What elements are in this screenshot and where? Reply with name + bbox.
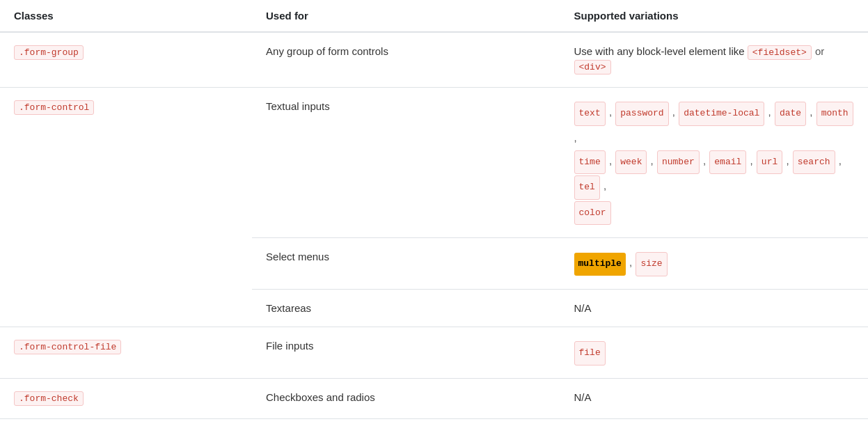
variations-cell: Use with any block-level element like <f… bbox=[560, 32, 869, 88]
code-fieldset: <fieldset> bbox=[748, 45, 812, 60]
code-url: url bbox=[757, 150, 782, 175]
col-header-variations: Supported variations bbox=[560, 0, 869, 32]
class-cell: .form-group bbox=[0, 32, 252, 88]
table-row: .form-control Textual inputs text , pass… bbox=[0, 88, 868, 238]
variations-cell: file bbox=[560, 327, 869, 378]
class-badge: .form-control-file bbox=[14, 340, 121, 354]
used-for-cell: Textual inputs bbox=[252, 88, 560, 238]
variations-cell: multiple , size bbox=[560, 238, 869, 290]
code-time: time bbox=[574, 150, 606, 175]
code-number: number bbox=[657, 150, 700, 175]
used-for-cell: Textareas bbox=[252, 289, 560, 327]
used-for-cell: File inputs bbox=[252, 327, 560, 378]
code-datetime-local: datetime-local bbox=[679, 102, 764, 126]
code-tel: tel bbox=[574, 175, 600, 200]
or-separator: or bbox=[815, 45, 824, 57]
used-for-cell: Any group of form controls bbox=[252, 32, 560, 88]
code-month: month bbox=[816, 102, 853, 126]
class-badge: .form-control bbox=[14, 100, 94, 115]
variations-cell: N/A bbox=[560, 289, 869, 327]
code-text: text bbox=[574, 102, 606, 126]
class-cell: .form-control-file bbox=[0, 327, 252, 378]
used-for-cell: Checkboxes and radios bbox=[252, 378, 560, 418]
class-cell: .form-control bbox=[0, 88, 252, 327]
code-email: email bbox=[709, 150, 746, 175]
na-text: N/A bbox=[574, 302, 592, 314]
table-row: .form-group Any group of form controls U… bbox=[0, 32, 868, 88]
used-for-cell: Select menus bbox=[252, 238, 560, 290]
code-file: file bbox=[574, 341, 606, 366]
col-header-classes: Classes bbox=[0, 0, 252, 32]
code-div: <div> bbox=[574, 60, 611, 74]
class-badge: .form-group bbox=[14, 45, 84, 60]
code-date: date bbox=[775, 102, 806, 126]
code-search: search bbox=[793, 150, 835, 175]
class-cell: .form-check bbox=[0, 378, 252, 418]
table-row: .form-control-file File inputs file bbox=[0, 327, 868, 378]
reference-table: Classes Used for Supported variations .f… bbox=[0, 0, 868, 419]
code-color: color bbox=[574, 201, 611, 226]
code-password: password bbox=[615, 102, 668, 126]
class-badge: .form-check bbox=[14, 391, 84, 406]
col-header-used-for: Used for bbox=[252, 0, 560, 32]
variations-cell: text , password , datetime-local , date … bbox=[560, 88, 869, 238]
main-container: Classes Used for Supported variations .f… bbox=[0, 0, 868, 440]
code-size: size bbox=[636, 252, 667, 276]
na-text: N/A bbox=[574, 391, 592, 403]
table-header-row: Classes Used for Supported variations bbox=[0, 0, 868, 32]
code-multiple: multiple bbox=[574, 253, 626, 276]
variations-cell: N/A bbox=[560, 378, 869, 418]
table-row: .form-check Checkboxes and radios N/A bbox=[0, 378, 868, 418]
code-week: week bbox=[615, 150, 647, 175]
